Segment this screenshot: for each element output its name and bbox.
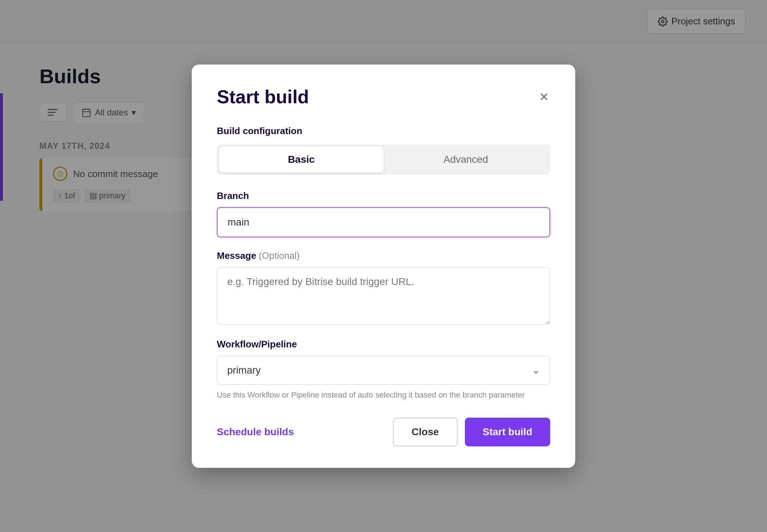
branch-input[interactable] [217, 207, 550, 237]
message-textarea[interactable] [217, 267, 550, 324]
modal-header: Start build × [217, 86, 550, 108]
start-build-modal: Start build × Build configuration Basic … [192, 65, 575, 468]
footer-buttons: Close Start build [393, 418, 550, 446]
modal-close-button[interactable]: × [538, 87, 550, 106]
workflow-label: Workflow/Pipeline [217, 339, 550, 350]
build-config-label: Build configuration [217, 125, 550, 137]
schedule-builds-button[interactable]: Schedule builds [217, 426, 294, 438]
start-build-button[interactable]: Start build [465, 418, 550, 446]
modal-footer: Schedule builds Close Start build [217, 418, 550, 446]
tab-basic[interactable]: Basic [219, 147, 384, 172]
modal-title: Start build [217, 86, 309, 108]
modal-overlay: Start build × Build configuration Basic … [0, 0, 767, 532]
close-modal-button[interactable]: Close [393, 418, 457, 446]
tab-advanced[interactable]: Advanced [384, 147, 548, 172]
config-tabs: Basic Advanced [217, 144, 550, 175]
workflow-select[interactable]: primary secondary deploy test [217, 356, 550, 385]
workflow-select-wrapper: primary secondary deploy test ⌄ [217, 356, 550, 385]
message-label: Message (Optional) [217, 250, 550, 261]
branch-label: Branch [217, 190, 550, 201]
workflow-hint: Use this Workflow or Pipeline instead of… [217, 390, 550, 400]
